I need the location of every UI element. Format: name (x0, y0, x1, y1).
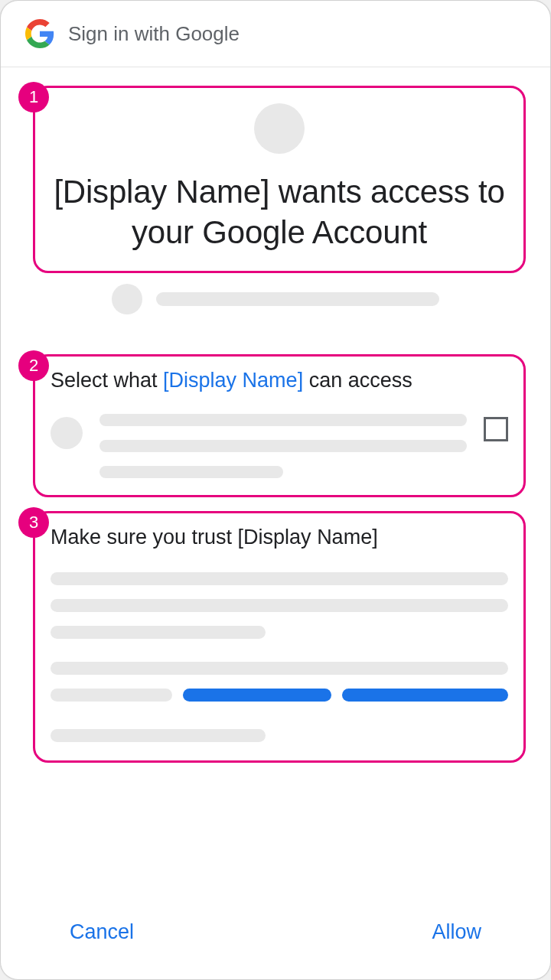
header-title: Sign in with Google (68, 22, 240, 46)
account-email-placeholder (156, 292, 439, 306)
oauth-consent-dialog: Sign in with Google 1 [Display Name] wan… (0, 0, 551, 980)
text-placeholder (51, 689, 172, 702)
allow-button[interactable]: Allow (432, 920, 481, 944)
scope-heading-prefix: Select what (51, 369, 163, 392)
scope-heading: Select what [Display Name] can access (51, 369, 508, 392)
trust-paragraph-1-placeholder (51, 572, 508, 639)
link-placeholder[interactable] (342, 689, 508, 702)
cancel-button[interactable]: Cancel (70, 920, 134, 944)
scope-heading-appname: [Display Name] (163, 369, 303, 392)
section-app-identity: 1 [Display Name] wants access to your Go… (33, 86, 526, 273)
annotation-badge-3: 3 (18, 507, 49, 538)
annotation-badge-2: 2 (18, 350, 49, 381)
section-trust-warning: 3 Make sure you trust [Display Name] (33, 511, 526, 763)
link-placeholder[interactable] (183, 689, 331, 702)
account-selector-row[interactable] (25, 284, 526, 314)
footer-actions: Cancel Allow (1, 899, 550, 979)
google-logo-icon (25, 19, 54, 48)
trust-paragraph-2-placeholder (51, 662, 508, 742)
permission-description-placeholder (99, 414, 467, 481)
annotation-badge-1: 1 (18, 82, 49, 112)
trust-heading: Make sure you trust [Display Name] (51, 526, 508, 549)
account-avatar-placeholder (112, 284, 142, 314)
permission-icon-placeholder (51, 417, 83, 449)
section-scope-selection: 2 Select what [Display Name] can access (33, 354, 526, 497)
content: 1 [Display Name] wants access to your Go… (1, 67, 550, 899)
permission-item (51, 414, 508, 481)
permission-checkbox[interactable] (484, 417, 508, 441)
scope-heading-suffix: can access (303, 369, 412, 392)
header: Sign in with Google (1, 1, 550, 67)
consent-heading: [Display Name] wants access to your Goog… (54, 172, 505, 252)
app-logo-placeholder (254, 103, 305, 154)
